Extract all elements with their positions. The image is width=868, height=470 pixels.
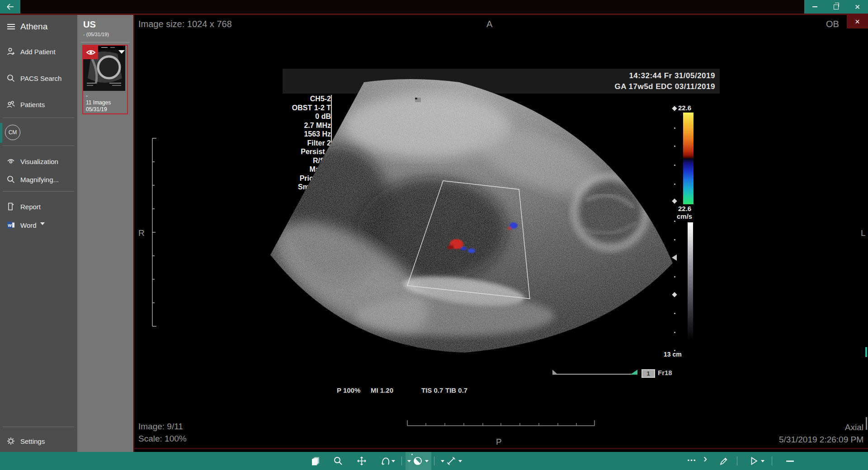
measure-tool-button[interactable]	[446, 456, 456, 466]
sidebar-item-add-patient[interactable]: Add Patient	[0, 45, 77, 58]
depth-marker-dot	[674, 332, 675, 333]
toolbar-separator	[737, 456, 737, 465]
application-window: × Athena Add Patient	[0, 0, 868, 470]
sidebar-item-label: Patients	[20, 101, 45, 108]
sidebar-separator	[3, 427, 74, 427]
cine-position-handle[interactable]	[630, 370, 637, 375]
visibility-badge[interactable]	[83, 46, 98, 59]
scale-label: Scale: 100%	[138, 434, 187, 444]
depth-marker-dot	[674, 183, 675, 185]
viewer-border	[133, 15, 135, 452]
sidebar-item-label: Magnifying...	[20, 176, 59, 183]
sidebar-item-label: Word	[20, 221, 37, 229]
viewer-border	[133, 448, 868, 449]
window-level-left-caret[interactable]	[407, 460, 411, 462]
horizontal-ruler	[407, 419, 595, 427]
close-window-button[interactable]: ×	[847, 0, 868, 14]
orientation-marker-right: L	[861, 228, 866, 238]
play-dropdown-caret[interactable]	[761, 460, 764, 462]
series-modality: US	[83, 19, 96, 30]
color-scale-unit: cm/s	[677, 212, 692, 220]
sidebar-item-visualization[interactable]: Visualization	[0, 155, 77, 168]
color-scale-min: 22.6	[678, 205, 691, 212]
thumbnail-panel: US - (05/31/19)	[77, 15, 133, 452]
sidebar-item-pacs-search[interactable]: PACS Search	[0, 72, 77, 85]
depth-marker-dot	[674, 221, 675, 222]
depth-marker-dot	[674, 127, 675, 129]
restore-icon	[834, 5, 839, 9]
rotate-tool-button[interactable]	[381, 456, 391, 466]
back-button[interactable]	[0, 0, 20, 14]
word-dropdown-caret[interactable]	[40, 222, 45, 225]
sidebar: Athena Add Patient PACS Search	[0, 15, 77, 452]
measure-left-caret[interactable]	[441, 460, 444, 462]
minimize-icon	[812, 6, 817, 7]
frame-number: 1	[647, 371, 650, 377]
depth-marker-dot	[674, 276, 675, 277]
ultrasound-image	[269, 79, 674, 357]
sidebar-item-label: Add Patient	[20, 48, 56, 56]
collapse-toolbar-button[interactable]	[786, 461, 794, 462]
sidebar-item-label: PACS Search	[20, 75, 61, 82]
sidebar-separator	[3, 191, 74, 192]
orientation-marker-bottom: P	[496, 437, 502, 447]
annotate-pencil-button[interactable]	[719, 456, 729, 466]
expand-chevron-button[interactable]: ›	[703, 454, 707, 464]
image-viewer: Image size: 1024 x 768 A OB × 14:32:44 F…	[133, 15, 868, 452]
series-thumbnail-card[interactable]: - 11 Images 05/31/19	[82, 45, 128, 114]
minimize-button[interactable]	[804, 0, 826, 14]
thumbnail-caption-line: 11 Images	[86, 99, 111, 106]
right-scrollbar-thumb[interactable]	[865, 347, 867, 357]
toolbar-separator	[434, 456, 434, 465]
window-level-dropdown-caret[interactable]	[425, 460, 429, 462]
close-viewer-button[interactable]: ×	[847, 15, 868, 28]
cine-start-marker	[552, 370, 557, 374]
gear-icon	[6, 436, 16, 446]
grayscale-bar	[688, 222, 693, 341]
add-patient-icon	[6, 47, 16, 56]
svg-text:W: W	[8, 223, 12, 228]
restore-button[interactable]	[826, 0, 847, 14]
word-icon: W	[6, 220, 16, 230]
image-index-label: Image: 9/11	[138, 422, 183, 432]
sidebar-item-magnifying[interactable]: Magnifying...	[0, 173, 77, 186]
color-scale-max: 22.6	[678, 104, 691, 112]
right-scrollbar-segment[interactable]	[866, 417, 867, 430]
hamburger-menu-button[interactable]: Athena	[0, 20, 77, 33]
vertical-ruler	[151, 138, 159, 327]
sidebar-item-patients[interactable]: Patients	[0, 98, 77, 111]
measure-dropdown-caret[interactable]	[458, 460, 462, 462]
thumbnail-dropdown-caret[interactable]	[118, 50, 125, 54]
app-title: Athena	[20, 22, 47, 32]
rotate-dropdown-caret[interactable]	[392, 460, 395, 462]
sidebar-separator	[3, 118, 74, 118]
search-icon	[6, 73, 16, 83]
thumbnail-caption-line: -	[86, 93, 88, 99]
pan-tool-button[interactable]	[357, 456, 367, 466]
cine-play-button[interactable]	[749, 456, 759, 466]
close-icon: ×	[855, 2, 860, 11]
more-options-button[interactable]: …	[687, 453, 696, 463]
window-level-button[interactable]	[413, 456, 423, 466]
sidebar-accent-bar	[0, 123, 2, 143]
user-avatar[interactable]: CM	[5, 125, 20, 140]
sidebar-item-report[interactable]: Report	[0, 200, 77, 213]
sidebar-item-label: Report	[20, 203, 41, 211]
sidebar-item-word[interactable]: W Word	[0, 219, 77, 231]
bottom-toolbar: … ›	[0, 452, 868, 470]
sidebar-item-settings[interactable]: Settings	[0, 435, 77, 447]
sidebar-item-label: Settings	[20, 437, 45, 445]
viewer-mode-label: OB	[826, 19, 839, 29]
patients-icon	[6, 99, 16, 109]
sidebar-separator	[3, 146, 74, 146]
cine-bar[interactable]	[552, 374, 637, 375]
depth-marker-dot	[674, 146, 675, 147]
stack-compare-button[interactable]	[311, 456, 321, 466]
depth-marker-dot	[674, 164, 675, 166]
window-controls: ×	[804, 0, 868, 14]
zoom-tool-button[interactable]	[333, 456, 343, 466]
frame-rate-label: Fr18	[658, 369, 672, 376]
depth-marker-dot	[674, 313, 675, 314]
toolbar-separator	[401, 456, 402, 465]
frame-number-box: 1	[642, 369, 655, 378]
